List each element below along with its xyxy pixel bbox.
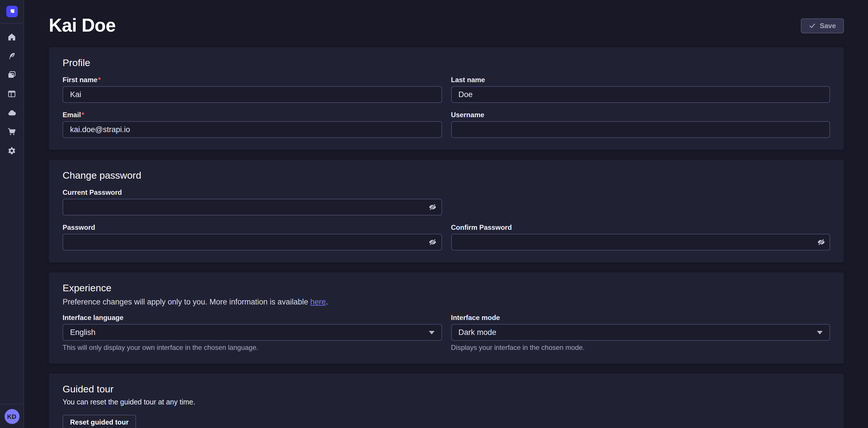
- guided-tour-card: Guided tour You can reset the guided tou…: [49, 373, 844, 428]
- experience-heading: Experience: [63, 282, 830, 294]
- logo-section: [0, 0, 24, 24]
- last-name-input[interactable]: [451, 86, 830, 103]
- sidebar-footer: KD: [0, 404, 24, 428]
- confirm-password-input-wrap: [451, 234, 830, 251]
- sidebar-item-content-manager[interactable]: [7, 89, 17, 98]
- eye-slash-icon: [817, 238, 825, 247]
- username-field: Username: [451, 111, 830, 138]
- sidebar-item-home[interactable]: [7, 32, 17, 41]
- experience-description: Preference changes will apply only to yo…: [63, 297, 830, 307]
- new-password-input-wrap: [63, 234, 442, 251]
- eye-slash-icon: [428, 203, 437, 211]
- sidebar-item-deploy[interactable]: [7, 108, 17, 117]
- content-manager-icon: [7, 89, 16, 98]
- change-password-heading: Change password: [63, 169, 830, 181]
- chevron-down-icon: [817, 331, 823, 334]
- media-library-icon: [7, 70, 16, 79]
- sidebar-nav: [7, 32, 17, 155]
- profile-card: Profile First name* Last name Email*: [49, 47, 844, 150]
- reset-guided-tour-button[interactable]: Reset guided tour: [63, 415, 136, 428]
- current-password-input-wrap: [63, 199, 442, 216]
- main-content: Kai Doe Save Profile First name*: [24, 0, 868, 428]
- first-name-label: First name*: [63, 76, 442, 84]
- page-scaler: KD Kai Doe Save Profile First name*: [0, 0, 868, 428]
- new-password-input[interactable]: [63, 234, 442, 251]
- interface-mode-value: Dark mode: [458, 328, 496, 337]
- email-field: Email*: [63, 111, 442, 138]
- interface-mode-field: Interface mode Dark mode Displays your i…: [451, 314, 830, 351]
- new-password-field: Password: [63, 224, 442, 251]
- experience-fields: Interface language English This will onl…: [63, 314, 830, 351]
- experience-description-period: .: [326, 297, 328, 306]
- toggle-new-password-visibility-button[interactable]: [424, 234, 441, 250]
- first-name-label-text: First name: [63, 76, 97, 84]
- guided-tour-description: You can reset the guided tour at any tim…: [63, 398, 830, 407]
- home-icon: [7, 32, 16, 41]
- confirm-password-label: Confirm Password: [451, 224, 830, 231]
- save-button[interactable]: Save: [801, 19, 844, 33]
- page-header: Kai Doe Save: [49, 0, 844, 36]
- current-password-field: Current Password: [63, 189, 442, 216]
- interface-language-field: Interface language English This will onl…: [63, 314, 442, 351]
- toggle-confirm-password-visibility-button[interactable]: [812, 234, 830, 250]
- page-title: Kai Doe: [49, 15, 116, 36]
- username-label: Username: [451, 111, 830, 119]
- required-asterisk: *: [98, 76, 100, 84]
- interface-mode-label: Interface mode: [451, 314, 830, 322]
- interface-mode-hint: Displays your interface in the chosen mo…: [451, 344, 830, 351]
- interface-language-label: Interface language: [63, 314, 442, 322]
- interface-language-select[interactable]: English: [63, 324, 442, 341]
- more-information-link[interactable]: here: [310, 297, 326, 306]
- required-asterisk: *: [82, 111, 84, 119]
- change-password-fields: Current Password: [63, 189, 830, 251]
- change-password-card: Change password Current Password: [49, 160, 844, 262]
- check-icon: [809, 22, 816, 29]
- confirm-password-field: Confirm Password: [451, 224, 830, 251]
- avatar[interactable]: KD: [4, 409, 19, 424]
- first-name-field: First name*: [63, 76, 442, 103]
- feather-icon: [7, 51, 16, 60]
- strapi-logo-glyph: [8, 7, 16, 16]
- confirm-password-input[interactable]: [451, 234, 830, 251]
- interface-language-hint: This will only display your own interfac…: [63, 344, 442, 351]
- experience-description-text: Preference changes will apply only to yo…: [63, 297, 310, 306]
- profile-fields: First name* Last name Email* Username: [63, 76, 830, 138]
- first-name-input[interactable]: [63, 86, 442, 103]
- toggle-current-password-visibility-button[interactable]: [424, 199, 441, 215]
- new-password-label: Password: [63, 224, 442, 231]
- email-input[interactable]: [63, 121, 442, 138]
- save-button-label: Save: [820, 22, 836, 30]
- experience-card: Experience Preference changes will apply…: [49, 272, 844, 364]
- current-password-input[interactable]: [63, 199, 442, 216]
- chevron-down-icon: [429, 331, 434, 334]
- guided-tour-heading: Guided tour: [63, 383, 830, 395]
- interface-mode-select[interactable]: Dark mode: [451, 324, 830, 341]
- cloud-icon: [7, 108, 16, 117]
- sidebar-item-content-type-builder[interactable]: [7, 51, 17, 60]
- sidebar: KD: [0, 0, 24, 428]
- eye-slash-icon: [428, 238, 437, 247]
- interface-language-value: English: [70, 328, 96, 337]
- strapi-admin-app: KD Kai Doe Save Profile First name*: [0, 0, 868, 428]
- sidebar-item-marketplace[interactable]: [7, 127, 17, 136]
- sidebar-item-media-library[interactable]: [7, 70, 17, 79]
- username-input[interactable]: [451, 121, 830, 138]
- email-label: Email*: [63, 111, 442, 119]
- last-name-field: Last name: [451, 76, 830, 103]
- sidebar-item-settings[interactable]: [7, 146, 17, 155]
- current-password-label: Current Password: [63, 189, 442, 197]
- profile-heading: Profile: [63, 57, 830, 69]
- email-label-text: Email: [63, 111, 81, 119]
- settings-gear-icon: [7, 146, 16, 155]
- strapi-logo-icon[interactable]: [6, 6, 18, 17]
- last-name-label: Last name: [451, 76, 830, 84]
- marketplace-cart-icon: [7, 127, 16, 136]
